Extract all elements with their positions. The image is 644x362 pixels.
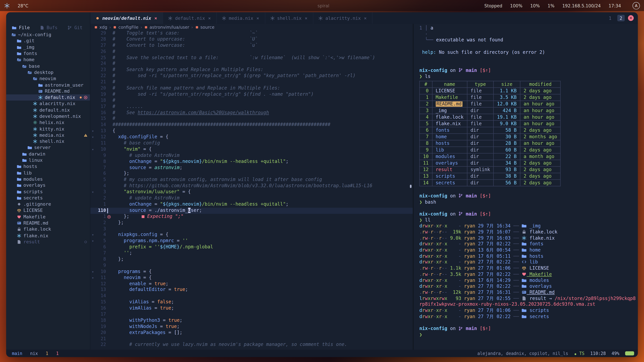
tree-item[interactable]: lib — [6, 170, 90, 176]
editor-line[interactable]: ▾10 "nvim" = { — [90, 146, 413, 152]
editor-line[interactable]: ▾10 programs = { — [90, 269, 413, 275]
tree-item[interactable]: secrets — [6, 195, 90, 201]
nixos-logo-icon[interactable] — [4, 3, 10, 8]
tree-item[interactable]: overlays — [6, 182, 90, 189]
tabpage-1[interactable]: 1 — [606, 15, 614, 21]
tree-item[interactable]: .git — [6, 38, 90, 44]
close-icon[interactable]: × — [304, 16, 308, 20]
tabpage-2[interactable]: 2 — [617, 15, 625, 21]
buffer-tab[interactable]: shell.nix× — [265, 12, 314, 24]
editor-line[interactable]: 14######################################… — [90, 122, 413, 128]
tree-item[interactable]: result — [6, 239, 90, 245]
buffer-tab[interactable]: alacritty.nix× — [314, 12, 373, 24]
tree-item[interactable]: kitty.nix — [6, 126, 90, 132]
editor-line[interactable]: ▾11 neovim = { — [90, 275, 413, 281]
editor-line[interactable]: 19# sed -ri "s/pattern_str/replace_str/g… — [90, 91, 413, 97]
buffer-tab[interactable]: media.nix× — [217, 12, 265, 24]
tree-item[interactable]: development.nix — [6, 113, 90, 119]
tree-item[interactable]: README.md — [6, 88, 90, 94]
tree-item[interactable]: flake.nix — [6, 232, 90, 239]
editor-line[interactable]: 7 source = astronvim; — [90, 165, 413, 171]
editor-line[interactable]: 1 };■ Expecting ";" — [90, 214, 413, 220]
editor-line[interactable]: 4 # https://github.com/AstroNvim/AstroNv… — [90, 183, 413, 189]
editor-line[interactable]: ▾13{ — [90, 128, 413, 134]
editor-line[interactable]: 16 vimAlias = true; — [90, 305, 413, 311]
editor-line[interactable]: 12 enable = true; — [90, 281, 413, 287]
tree-item[interactable]: home — [6, 57, 90, 63]
tree-item[interactable]: default.nix — [6, 94, 90, 100]
editor-line[interactable]: 18# — [90, 97, 413, 104]
close-icon[interactable]: × — [256, 16, 260, 20]
editor-line[interactable]: 9 — [90, 263, 413, 269]
tree-item[interactable]: helix.nix — [6, 119, 90, 126]
editor-line[interactable]: ▾3 "astronvim/lua/user" = { — [90, 189, 413, 195]
editor-line[interactable]: 6 prefix = ''${HOME}/.npm-global — [90, 244, 413, 250]
clock-widget[interactable]: 17:34 — [606, 3, 621, 8]
editor-line[interactable]: 17# ...... — [90, 104, 413, 110]
sidebar-tab-git[interactable]: Git — [68, 25, 82, 30]
editor-line[interactable]: 1 onChange = "${pkgs.neovim}/bin/nvim --… — [90, 201, 413, 207]
editor-line[interactable]: 24# — [90, 61, 413, 67]
editor-line[interactable]: 13 defaultEditor = true; — [90, 287, 413, 293]
editor-line[interactable]: 27# Convert to lowercase: `u` — [90, 42, 413, 49]
tree-item[interactable]: default.nix — [6, 107, 90, 113]
sidebar-tab-file[interactable]: File — [12, 25, 30, 30]
recorder-status[interactable]: Stopped — [482, 3, 502, 8]
tree-item[interactable]: hosts — [6, 163, 90, 170]
tree-item[interactable]: linux — [6, 157, 90, 163]
editor-line[interactable]: 19 withNodeJs = true; — [90, 324, 413, 330]
breadcrumb-item[interactable]: source — [195, 25, 214, 29]
editor-line[interactable]: 23# Search key pattern and Replace in Mu… — [90, 67, 413, 73]
tree-root[interactable]: ~/nix-config — [6, 32, 90, 38]
editor-line[interactable]: 8 }; — [90, 256, 413, 263]
close-icon[interactable]: × — [363, 16, 367, 20]
editor-line[interactable]: 18 withPython3 = true; — [90, 318, 413, 324]
editor-line[interactable]: 21 — [90, 336, 413, 342]
editor-line[interactable]: 7 ''; — [90, 250, 413, 256]
close-icon[interactable]: × — [208, 16, 212, 20]
tree-item[interactable]: desktop — [6, 69, 90, 75]
buffer-tab[interactable]: neovim/default.nix× — [90, 12, 163, 24]
editor-line[interactable]: 22 # currently we use lazy.nvim as neovi… — [90, 342, 413, 348]
editor-line[interactable]: 16# See https://astronvim.com/Basic%20Us… — [90, 110, 413, 116]
breadcrumb-item[interactable]: configFile — [113, 25, 138, 29]
tree-item[interactable]: modules — [6, 176, 90, 182]
editor-line[interactable]: ▾12 xdg.configFile = { — [90, 134, 413, 140]
tree-item[interactable]: base — [6, 63, 90, 69]
breadcrumb-item[interactable]: astronvim/lua/user — [144, 25, 189, 29]
tree-item[interactable]: scripts — [6, 189, 90, 195]
tree-item[interactable]: .gitignore — [6, 201, 90, 207]
editor-line[interactable]: ▾5 programs.npm.npmrc = '' — [90, 238, 413, 244]
editor-line[interactable]: 15 viAlias = false; — [90, 299, 413, 305]
editor-line[interactable]: 29# Toggle text's case: `~` — [90, 30, 413, 36]
network-widget[interactable]: 192.168.5.100/24 — [560, 3, 601, 8]
close-icon[interactable]: × — [154, 16, 158, 20]
editor-line[interactable]: 9 # update AstroNvim — [90, 153, 413, 159]
tree-item[interactable]: neovim — [6, 76, 90, 82]
user-avatar[interactable]: A — [632, 2, 640, 9]
tree-item[interactable]: Makefile — [6, 214, 90, 220]
editor-line[interactable]: 25# Save the selected text to a file: `:… — [90, 55, 413, 61]
editor-line[interactable]: 21# — [90, 79, 413, 85]
editor-line[interactable]: 8 onChange = "${pkgs.neovim}/bin/nvim --… — [90, 159, 413, 165]
cpu-widget[interactable]: 10% — [528, 3, 540, 8]
tree-item[interactable]: media.nix — [6, 132, 90, 138]
volume-widget[interactable]: 100% — [508, 3, 522, 8]
editor-line[interactable]: 20 extraPackages = []; — [90, 330, 413, 336]
editor-line[interactable]: 20# Search file name pattern and Replace… — [90, 85, 413, 91]
buffer-tab[interactable]: default.nix× — [163, 12, 217, 24]
tree-item[interactable]: shell.nix — [6, 138, 90, 144]
editor-line[interactable]: 11 # base config — [90, 140, 413, 146]
tree-item[interactable]: _img — [6, 44, 90, 50]
temperature-widget[interactable]: 28°C — [16, 3, 28, 8]
editor-line[interactable]: 14 — [90, 293, 413, 299]
tree-item[interactable]: alacritty.nix — [6, 101, 90, 107]
tree-item[interactable]: LICENSE — [6, 207, 90, 214]
tabs-close-button[interactable]: × — [628, 15, 634, 21]
sidebar-tab-bufs[interactable]: Bufs — [40, 25, 58, 30]
editor-line[interactable]: 2 }; — [90, 220, 413, 226]
editor-line[interactable]: 110 source = ./astronvim_user; — [90, 208, 413, 214]
brightness-widget[interactable]: 1% — [546, 3, 554, 8]
editor-line[interactable]: 28# Convert to uppercase: `U` — [90, 36, 413, 42]
editor-line[interactable]: 6 }; — [90, 171, 413, 177]
